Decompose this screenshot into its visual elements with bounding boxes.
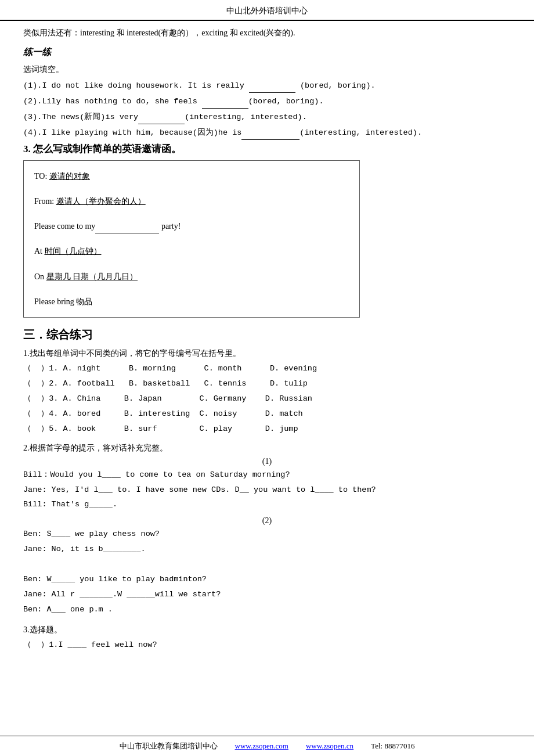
mc-item-5: （ ）5. A. book B. surf C. play D. jump — [23, 423, 511, 436]
invitation-bring-content: 物品 — [76, 297, 92, 306]
invitation-section-title: 3. 怎么写或制作简单的英语邀请函。 — [23, 142, 511, 156]
fill-blank-label: 选词填空。 — [23, 64, 511, 75]
invitation-to-content: 邀请的对象 — [49, 172, 90, 181]
dialog2-line4: Ben: W_____ you like to play badminton? — [23, 573, 511, 586]
dialog2-line2: Jane: No, it is b________. — [23, 543, 511, 556]
dialog1-line3: Bill: That's g_____. — [23, 498, 511, 512]
invitation-from-content: 邀请人（举办聚会的人） — [56, 197, 146, 206]
mc-item-4: （ ）4. A. bored B. interesting C. noisy D… — [23, 408, 511, 421]
footer-website2[interactable]: www.zsopen.cn — [306, 741, 353, 751]
exercise-item-2: (2).Lily has nothing to do, she feels (b… — [23, 95, 511, 109]
intro-line: 类似用法还有：interesting 和 interested(有趣的），exc… — [23, 28, 511, 38]
exercise2-section: 2.根据首字母的提示，将对话补充完整。 (1) Bill：Would you l… — [23, 443, 511, 617]
exercise3-section: 3.选择题。 （ ）1.I ____ feel well now? — [23, 625, 511, 652]
exercise-item-3: (3).The news(新闻)is very(interesting, int… — [23, 111, 511, 124]
blank-1 — [249, 84, 295, 93]
mc-item-1: （ ）1. A. night B. morning C. month D. ev… — [23, 362, 511, 376]
invitation-party-blank — [95, 224, 159, 233]
blank-4 — [241, 131, 300, 140]
invitation-date-content: 星期几 日期（几月几日） — [46, 272, 138, 281]
invitation-from: From: 邀请人（举办聚会的人） — [34, 194, 349, 208]
exercise2-label: 2.根据首字母的提示，将对话补充完整。 — [23, 443, 511, 453]
dialog2-line6: Ben: A___ one p.m . — [23, 603, 511, 617]
invitation-at: At 时间（几点钟） — [34, 244, 349, 258]
page-footer: 中山市职业教育集团培训中心 www.zsopen.com www.zsopen.… — [0, 736, 534, 756]
invitation-on: On 星期几 日期（几月几日） — [34, 269, 349, 284]
footer-inner: 中山市职业教育集团培训中心 www.zsopen.com www.zsopen.… — [0, 741, 534, 751]
dialog1-line1: Bill：Would you l____ to come to tea on S… — [23, 469, 511, 482]
footer-org: 中山市职业教育集团培训中心 — [120, 741, 218, 751]
dialog2-line3 — [23, 558, 511, 571]
invitation-time-content: 时间（几点钟） — [45, 247, 102, 255]
header-title: 中山北外外语培训中心 — [226, 6, 308, 15]
page-header: 中山北外外语培训中心 — [0, 0, 534, 21]
footer-tel: Tel: 88877016 — [371, 741, 414, 751]
mc-item-3: （ ）3. A. China B. Japan C. Germany D. Ru… — [23, 393, 511, 406]
main-content: 类似用法还有：interesting 和 interested(有趣的），exc… — [0, 28, 534, 736]
footer-tel-number: 88877016 — [384, 741, 414, 750]
blank-3 — [138, 115, 185, 124]
exercise-item-4: (4).I like playing with him, because(因为)… — [23, 127, 511, 140]
footer-website1[interactable]: www.zsopen.com — [235, 741, 288, 751]
blank-2 — [202, 99, 248, 109]
exercise-item-1: (1).I do not like doing housework. It is… — [23, 80, 511, 93]
invitation-to: TO: 邀请的对象 — [34, 169, 349, 183]
footer-tel-label: Tel: — [371, 741, 383, 750]
comprehensive-title: 三．综合练习 — [23, 327, 511, 343]
exercise1-label: 1.找出每组单词中不同类的词，将它的字母编号写在括号里。 — [23, 348, 511, 359]
exercise3-item1: （ ）1.I ____ feel well now? — [23, 639, 511, 652]
page: 中山北外外语培训中心 类似用法还有：interesting 和 interest… — [0, 0, 534, 756]
invitation-box: TO: 邀请的对象 From: 邀请人（举办聚会的人） Please come … — [23, 160, 360, 318]
exercise3-label: 3.选择题。 — [23, 625, 511, 635]
dialog2-line1: Ben: S____ we play chess now? — [23, 528, 511, 541]
mc-item-2: （ ）2. A. football B. basketball C. tenni… — [23, 377, 511, 391]
dialog1-line2: Jane: Yes, I'd l___ to. I have some new … — [23, 484, 511, 497]
dialog2-line5: Jane: All r _______.W ______will we star… — [23, 588, 511, 602]
dialog2-number: (2) — [23, 516, 511, 525]
practice-title: 练一练 — [23, 46, 511, 59]
invitation-bring: Please bring 物品 — [34, 294, 349, 309]
dialog1-number: (1) — [23, 457, 511, 466]
invitation-party: Please come to my party! — [34, 219, 349, 233]
